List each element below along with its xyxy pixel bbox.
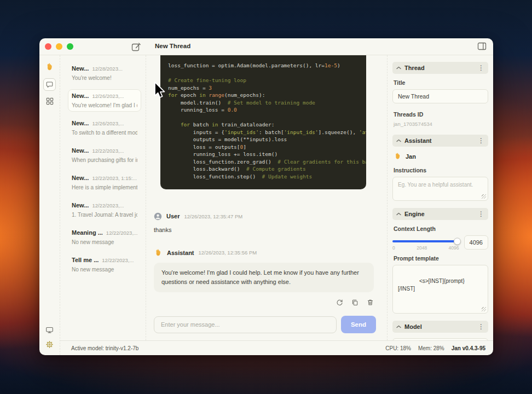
message-author: Assistant bbox=[167, 250, 194, 256]
thread-list-item[interactable]: Tell me ...12/22/2023,... No new message bbox=[68, 253, 141, 276]
resize-grip-icon[interactable] bbox=[482, 307, 486, 311]
thread-list-item-selected[interactable]: New...12/26/2023,... You're welcome! I'm… bbox=[68, 89, 141, 112]
rail-chat-threads-button[interactable] bbox=[43, 78, 56, 91]
user-message: User 12/26/2023, 12:35:47 PM thanks bbox=[154, 212, 374, 233]
code-content: loss_function = optim.Adam(model.paramet… bbox=[168, 62, 358, 189]
prompt-template-value: <s>[INST]{prompt} [/INST] bbox=[398, 278, 465, 292]
mem-usage: Mem: 28% bbox=[418, 345, 444, 351]
traffic-lights bbox=[39, 43, 73, 50]
jan-logo-wave-icon bbox=[45, 62, 54, 72]
thread-item-preview: No new message bbox=[72, 266, 137, 273]
chevron-up-icon bbox=[396, 212, 401, 216]
thread-list-item[interactable]: New...12/22/2023,... When purchasing gif… bbox=[68, 144, 141, 166]
thread-item-date: 12/22/2023,... bbox=[92, 148, 124, 154]
thread-list-item[interactable]: New...12/22/2023,... 1. Travel Journal: … bbox=[68, 199, 141, 221]
assistant-name-row: Jan bbox=[394, 152, 487, 160]
thread-item-preview: To switch to a different model,... bbox=[72, 130, 137, 136]
message-author: User bbox=[166, 213, 180, 219]
thread-section-header[interactable]: Thread ⋮ bbox=[392, 62, 488, 74]
new-thread-compose-icon[interactable] bbox=[130, 42, 141, 53]
content-row: New...12/28/2023... You're welcome! New.… bbox=[60, 55, 493, 340]
thread-item-preview: When purchasing gifts for in-... bbox=[72, 157, 137, 163]
thread-item-title: New... bbox=[72, 65, 89, 72]
wave-icon bbox=[394, 152, 402, 160]
prompt-template-textarea[interactable]: <s>[INST]{prompt} [/INST] bbox=[392, 265, 488, 314]
code-block: loss_function = optim.Adam(model.paramet… bbox=[160, 55, 366, 189]
thread-item-title: New... bbox=[72, 120, 89, 126]
message-timestamp: 12/26/2023, 12:35:47 PM bbox=[184, 213, 242, 219]
thread-item-title: New... bbox=[72, 175, 89, 181]
thread-item-date: 12/26/2023,... bbox=[92, 93, 124, 99]
thread-title-input[interactable] bbox=[392, 89, 488, 103]
resize-grip-icon[interactable] bbox=[482, 194, 486, 199]
context-length-value[interactable]: 4096 bbox=[464, 235, 488, 250]
assistant-menu-kebab-icon[interactable]: ⋮ bbox=[478, 137, 484, 144]
section-title: Thread bbox=[404, 65, 425, 71]
thread-item-preview: 1. Travel Journal: A travel journ... bbox=[72, 212, 137, 218]
zoom-window-button[interactable] bbox=[67, 43, 73, 50]
thread-item-date: 12/28/2023... bbox=[92, 66, 122, 72]
slider-tick: 2048 bbox=[417, 245, 427, 251]
thread-list-item[interactable]: New...12/22/2023, 1:15:... Here is a sim… bbox=[68, 171, 141, 194]
copy-icon[interactable] bbox=[351, 299, 358, 306]
engine-section-header[interactable]: Engine ⋮ bbox=[392, 208, 488, 220]
section-title: Assistant bbox=[404, 137, 432, 144]
close-window-button[interactable] bbox=[45, 43, 51, 50]
thread-list-item[interactable]: New...12/26/2023,... To switch to a diff… bbox=[68, 117, 141, 139]
instructions-placeholder: Eg. You are a helpful assistant. bbox=[398, 182, 473, 188]
assistant-name: Jan bbox=[406, 153, 416, 160]
rail-settings-gear-button[interactable] bbox=[45, 340, 54, 349]
thread-list-item[interactable]: New...12/28/2023... You're welcome! bbox=[68, 62, 141, 84]
thread-item-title: Meaning ... bbox=[72, 229, 103, 236]
regenerate-icon[interactable] bbox=[336, 299, 343, 306]
context-length-slider[interactable]: 0 2048 4096 bbox=[392, 235, 459, 251]
model-menu-kebab-icon[interactable]: ⋮ bbox=[478, 323, 484, 330]
send-button[interactable]: Send bbox=[341, 316, 376, 333]
message-input[interactable] bbox=[154, 316, 337, 333]
rail-hub-grid-button[interactable] bbox=[46, 97, 54, 105]
left-icon-rail bbox=[39, 55, 60, 355]
user-message-text: thanks bbox=[154, 227, 374, 233]
chat-area: loss_function = optim.Adam(model.paramet… bbox=[146, 55, 387, 340]
main-column: New...12/28/2023... You're welcome! New.… bbox=[60, 55, 493, 355]
thread-item-preview: You're welcome! I'm glad I cou... bbox=[72, 102, 137, 108]
chevron-up-icon bbox=[396, 325, 401, 328]
window-body: New...12/28/2023... You're welcome! New.… bbox=[39, 55, 493, 355]
thread-item-title: Tell me ... bbox=[72, 257, 99, 263]
thread-list-item[interactable]: Meaning ...12/22/2023,... No new message bbox=[68, 226, 141, 248]
slider-tick: 0 bbox=[392, 245, 395, 251]
engine-menu-kebab-icon[interactable]: ⋮ bbox=[478, 211, 484, 217]
instructions-label: Instructions bbox=[394, 167, 487, 173]
chevron-up-icon bbox=[396, 66, 401, 69]
app-version: Jan v0.4.3-95 bbox=[452, 345, 485, 351]
threads-id-value: jan_1703574534 bbox=[394, 121, 487, 127]
delete-trash-icon[interactable] bbox=[367, 299, 374, 306]
thread-item-title: New... bbox=[72, 202, 89, 208]
right-panel-toggle-icon[interactable] bbox=[477, 42, 487, 52]
thread-item-date: 12/22/2023,... bbox=[102, 257, 134, 263]
assistant-message-bubble: You're welcome! I'm glad I could help. L… bbox=[154, 263, 374, 292]
slider-handle[interactable] bbox=[454, 238, 461, 245]
right-settings-panel: Thread ⋮ Title Threads ID jan_1703574534… bbox=[387, 55, 493, 340]
cpu-usage: CPU: 18% bbox=[385, 345, 411, 351]
thread-item-title: New... bbox=[72, 147, 89, 154]
minimize-window-button[interactable] bbox=[56, 43, 62, 50]
thread-item-preview: Here is a simple implementati... bbox=[72, 184, 137, 190]
threads-id-label: Threads ID bbox=[394, 111, 487, 118]
desktop-background: New Thread bbox=[0, 0, 532, 394]
thread-menu-kebab-icon[interactable]: ⋮ bbox=[478, 65, 484, 71]
thread-item-date: 12/22/2023,... bbox=[106, 230, 137, 236]
rail-system-monitor-button[interactable] bbox=[45, 326, 54, 334]
thread-list-sidebar: New...12/28/2023... You're welcome! New.… bbox=[60, 55, 146, 340]
active-model-status: Active model: trinity-v1.2-7b bbox=[71, 345, 138, 351]
section-title: Model bbox=[404, 323, 422, 330]
assistant-section-header[interactable]: Assistant ⋮ bbox=[392, 135, 488, 147]
context-length-label: Context Length bbox=[394, 225, 487, 232]
statusbar: Active model: trinity-v1.2-7b CPU: 18% M… bbox=[60, 340, 493, 355]
instructions-textarea[interactable]: Eg. You are a helpful assistant. bbox=[392, 177, 488, 201]
thread-item-date: 12/26/2023,... bbox=[92, 120, 124, 126]
message-actions bbox=[146, 299, 374, 306]
message-timestamp: 12/26/2023, 12:35:56 PM bbox=[199, 250, 257, 256]
model-section-header[interactable]: Model ⋮ bbox=[392, 321, 488, 333]
thread-item-title: New... bbox=[72, 92, 89, 99]
